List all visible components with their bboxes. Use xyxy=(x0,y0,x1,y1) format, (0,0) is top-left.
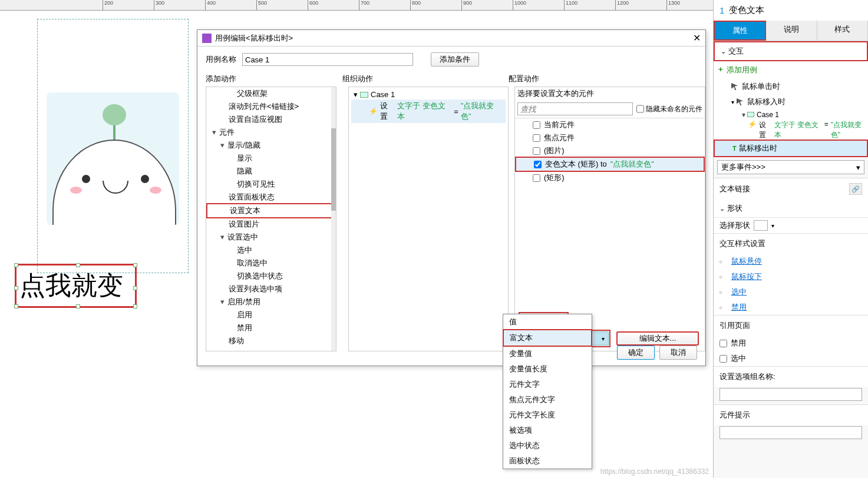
ix-style-link[interactable]: ▫禁用 xyxy=(714,300,868,315)
text-type-dropdown[interactable]: 值富文本变量值变量值长度元件文字焦点元件文字元件文字长度被选项选中状态面板状态 xyxy=(503,314,592,469)
dropdown-item[interactable]: 值 xyxy=(503,314,592,330)
event-item[interactable]: T鼠标移出时 xyxy=(714,140,868,157)
more-events-combo[interactable]: 更多事件>>> ▾ xyxy=(717,160,864,174)
action-tree-item[interactable]: 显示 xyxy=(206,152,336,165)
dialog-titlebar[interactable]: 用例编辑<鼠标移出时> ✕ xyxy=(197,30,705,47)
bolt-icon: ⚡ xyxy=(369,107,378,115)
close-icon[interactable]: ✕ xyxy=(693,32,701,44)
link-icon[interactable]: 🔗 xyxy=(849,183,862,195)
action-tree-item[interactable]: 启用/禁用 xyxy=(206,296,336,308)
dropdown-item[interactable]: 焦点元件文字 xyxy=(503,392,592,407)
ref-page-label: 引用页面 xyxy=(714,315,868,336)
add-case-link[interactable]: 添加用例 xyxy=(714,61,868,79)
event-action[interactable]: ⚡设置 文字于 变色文本 = "点我就变色" xyxy=(714,120,868,140)
widget-list-item[interactable]: (矩形) xyxy=(515,171,705,184)
action-tree-item[interactable]: 元件 xyxy=(206,126,336,139)
hide-unnamed-checkbox[interactable]: 隐藏未命名的元件 xyxy=(636,102,702,115)
disabled-checkbox[interactable] xyxy=(720,340,727,347)
cancel-button[interactable]: 取消 xyxy=(659,346,697,360)
click-icon xyxy=(737,98,745,105)
case-row[interactable]: ▾ Case 1 xyxy=(351,89,506,99)
case-name-input[interactable] xyxy=(242,53,413,66)
edit-text-button[interactable]: 编辑文本... xyxy=(616,331,699,346)
case-icon xyxy=(360,92,368,98)
select-shape-label: 选择形状 xyxy=(720,220,750,231)
watermark: https://blog.csdn.net/qq_41386332 xyxy=(600,467,709,476)
ruler-tick: 300 xyxy=(154,0,164,11)
action-tree-item[interactable]: 设置文本 xyxy=(206,203,336,218)
action-tree-item[interactable]: 显示/隐藏 xyxy=(206,139,336,152)
widget-index: 1 xyxy=(720,5,724,15)
widget-list-item[interactable]: 当前元件 xyxy=(515,118,705,131)
action-tree-item[interactable]: 切换可见性 xyxy=(206,178,336,191)
inspector-tabs: 属性 说明 样式 xyxy=(714,21,868,41)
tab-notes[interactable]: 说明 xyxy=(766,21,817,41)
organize-action-header: 组织动作 xyxy=(342,72,503,87)
scrollbar-thumb[interactable] xyxy=(331,128,336,211)
case-name-label: 用例名称 xyxy=(206,54,236,65)
dropdown-item[interactable]: 选中状态 xyxy=(503,438,592,453)
case-action-row[interactable]: ⚡ 设置 文字于 变色文本 = "点我就变色" xyxy=(351,99,506,123)
event-item[interactable]: ▾鼠标移入时 xyxy=(714,94,868,109)
widget-list-item[interactable]: 焦点元件 xyxy=(515,131,705,144)
event-case[interactable]: Case 1 xyxy=(714,109,868,120)
action-tree-item[interactable]: 启用 xyxy=(206,308,336,321)
dropdown-item[interactable]: 变量值长度 xyxy=(503,361,592,377)
dropdown-item[interactable]: 变量值 xyxy=(503,346,592,361)
ix-style-link[interactable]: ▫鼠标按下 xyxy=(714,269,868,284)
action-tree-item[interactable]: 隐藏 xyxy=(206,165,336,178)
ruler-tick: 600 xyxy=(308,0,318,11)
dropdown-item[interactable]: 元件文字长度 xyxy=(503,407,592,423)
section-shape[interactable]: ⌄ 形状 xyxy=(714,200,868,218)
section-interactions[interactable]: ⌄ 交互 xyxy=(714,41,868,61)
shape-selector[interactable] xyxy=(754,220,768,231)
ix-style-link[interactable]: ▫鼠标悬停 xyxy=(714,254,868,269)
dropdown-item[interactable]: 富文本 xyxy=(503,329,592,347)
case-editor-dialog: 用例编辑<鼠标移出时> ✕ 用例名称 添加条件 添加动作 父级框架滚动到元件<锚… xyxy=(197,29,706,366)
action-tree[interactable]: 父级框架滚动到元件<锚链接>设置自适应视图元件显示/隐藏显示隐藏切换可见性设置面… xyxy=(206,87,336,351)
ix-style-link[interactable]: ▫选中 xyxy=(714,284,868,300)
ruler-tick: 900 xyxy=(461,0,472,11)
widget-list-item[interactable]: 变色文本 (矩形) to "点我就变色" xyxy=(515,157,705,172)
inspector-panel: 1 变色文本 属性 说明 样式 ⌄ 交互 添加用例 鼠标单击时▾鼠标移入时Cas… xyxy=(713,0,868,478)
action-tree-item[interactable]: 父级框架 xyxy=(206,87,336,100)
chevron-down-icon[interactable]: ▾ xyxy=(771,223,774,229)
action-tree-item[interactable]: 设置选中 xyxy=(206,231,336,244)
option-group-label: 设置选项组名称: xyxy=(714,366,868,387)
dropdown-item[interactable]: 元件文字 xyxy=(503,377,592,392)
add-condition-button[interactable]: 添加条件 xyxy=(431,52,479,67)
action-tree-item[interactable]: 禁用 xyxy=(206,321,336,334)
tab-style[interactable]: 样式 xyxy=(817,21,868,41)
dialog-title: 用例编辑<鼠标移出时> xyxy=(215,33,293,44)
action-tree-item[interactable]: 设置自适应视图 xyxy=(206,113,336,126)
action-tree-item[interactable]: 切换选中状态 xyxy=(206,270,336,283)
text-widget-selected[interactable]: 点我就变 xyxy=(15,264,137,308)
text-icon: T xyxy=(732,145,737,152)
dropdown-item[interactable]: 被选项 xyxy=(503,423,592,438)
horizontal-ruler: 2003004005006007008009001000110012001300 xyxy=(0,0,713,11)
text-widget-label: 点我就变 xyxy=(19,271,123,300)
caret-icon: ▾ xyxy=(354,90,358,99)
event-item[interactable]: 鼠标单击时 xyxy=(714,79,868,94)
chevron-down-icon: ▾ xyxy=(856,163,860,172)
widget-list-item[interactable]: (图片) xyxy=(515,144,705,157)
search-input[interactable] xyxy=(517,102,633,115)
dropdown-item[interactable]: 面板状态 xyxy=(503,453,592,469)
action-tree-item[interactable]: 滚动到元件<锚链接> xyxy=(206,100,336,113)
action-tree-item[interactable]: 设置图片 xyxy=(206,218,336,231)
action-tree-item[interactable]: 取消选中 xyxy=(206,257,336,270)
action-tree-item[interactable]: 移动 xyxy=(206,334,336,347)
ok-button[interactable]: 确定 xyxy=(617,346,655,360)
app-icon xyxy=(202,34,212,43)
ruler-tick: 1000 xyxy=(513,0,526,11)
ruler-tick: 1200 xyxy=(615,0,629,11)
action-tree-item[interactable]: 设置列表选中项 xyxy=(206,283,336,296)
tab-properties[interactable]: 属性 xyxy=(714,21,766,41)
selected-checkbox[interactable] xyxy=(720,355,727,363)
image-widget[interactable] xyxy=(47,92,179,225)
option-group-input[interactable] xyxy=(720,388,862,401)
tooltip-input[interactable] xyxy=(720,426,862,439)
action-tree-item[interactable]: 设置面板状态 xyxy=(206,191,336,204)
action-tree-item[interactable]: 选中 xyxy=(206,244,336,257)
click-icon xyxy=(731,83,740,90)
